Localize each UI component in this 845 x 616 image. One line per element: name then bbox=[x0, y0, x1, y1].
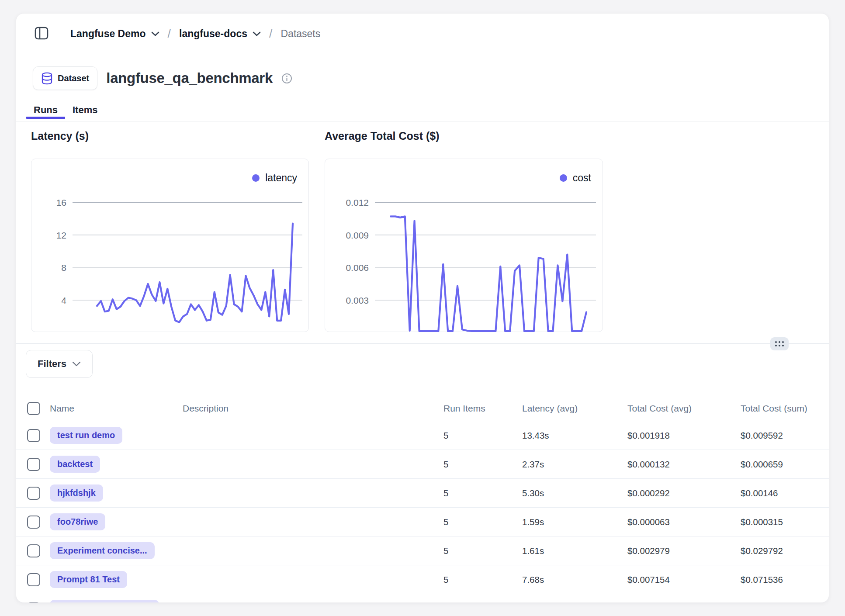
table-row[interactable]: hjkfdshjk 5 5.30s $0.000292 $0.00146 bbox=[16, 479, 829, 508]
row-checkbox[interactable] bbox=[27, 544, 40, 557]
svg-text:12: 12 bbox=[56, 230, 66, 240]
tab-bar: Runs Items bbox=[26, 99, 105, 121]
run-name-badge[interactable]: Prompt 81 Test bbox=[50, 571, 127, 588]
total-cost-avg-cell: $0.000063 bbox=[627, 517, 741, 527]
latency-chart-title: Latency (s) bbox=[31, 130, 89, 142]
total-cost-avg-cell: $0.002979 bbox=[627, 546, 741, 556]
breadcrumb-project-label: langfuse-docs bbox=[179, 28, 247, 40]
table-row[interactable]: test run demo 5 13.43s $0.001918 $0.0095… bbox=[16, 421, 829, 450]
table-row[interactable]: Prompt 81 Test 5 7.68s $0.007154 $0.0715… bbox=[16, 565, 829, 594]
breadcrumb-page-datasets[interactable]: Datasets bbox=[281, 28, 320, 40]
breadcrumb-nav: Langfuse Demo / langfuse-docs / Datasets bbox=[70, 27, 320, 41]
svg-text:0.006: 0.006 bbox=[346, 263, 369, 273]
run-items-cell: 5 bbox=[443, 430, 522, 441]
row-checkbox[interactable] bbox=[27, 602, 40, 603]
run-name-badge[interactable]: backtest bbox=[50, 456, 100, 473]
latency-avg-cell: 2.37s bbox=[522, 459, 627, 470]
legend-label: cost bbox=[573, 172, 591, 184]
total-cost-sum-cell: $0.000659 bbox=[741, 459, 829, 470]
breadcrumb-separator: / bbox=[168, 27, 171, 41]
row-checkbox[interactable] bbox=[27, 516, 40, 529]
tab-items[interactable]: Items bbox=[65, 99, 105, 121]
total-cost-sum-cell: $0.000315 bbox=[741, 517, 829, 527]
breadcrumb-project[interactable]: langfuse-docs bbox=[179, 28, 261, 40]
filters-label: Filters bbox=[38, 358, 66, 370]
latency-avg-cell: 5.30s bbox=[522, 488, 627, 498]
column-header-total-cost-avg: Total Cost (avg) bbox=[627, 403, 741, 414]
select-all-checkbox[interactable] bbox=[27, 402, 40, 415]
latency-chart: 161284 latency bbox=[31, 159, 309, 332]
breadcrumb-separator: / bbox=[269, 27, 273, 41]
legend-dot-icon bbox=[252, 174, 260, 182]
table-header-row: Name Description Run Items Latency (avg)… bbox=[16, 396, 829, 421]
run-items-cell: 5 bbox=[443, 546, 522, 556]
breadcrumb: Langfuse Demo / langfuse-docs / Datasets bbox=[16, 14, 829, 54]
tabs-divider bbox=[16, 121, 829, 121]
dataset-type-badge: Dataset bbox=[33, 66, 97, 90]
row-checkbox[interactable] bbox=[27, 458, 40, 471]
total-cost-sum-cell: $0.009592 bbox=[741, 430, 829, 441]
total-cost-sum-cell: $0.00146 bbox=[741, 488, 829, 498]
column-header-total-cost-sum: Total Cost (sum) bbox=[741, 403, 829, 414]
legend-label: latency bbox=[265, 172, 297, 184]
cost-legend: cost bbox=[560, 172, 591, 184]
row-checkbox[interactable] bbox=[27, 573, 40, 586]
runs-table: Name Description Run Items Latency (avg)… bbox=[16, 396, 829, 603]
run-items-cell: 5 bbox=[443, 459, 522, 470]
latency-avg-cell: 1.59s bbox=[522, 517, 627, 527]
total-cost-sum-cell: $0.029792 bbox=[741, 546, 829, 556]
total-cost-avg-cell: $0.000132 bbox=[627, 459, 741, 470]
breadcrumb-org[interactable]: Langfuse Demo bbox=[70, 28, 159, 40]
table-row[interactable]: foo78riwe 5 1.59s $0.000063 $0.000315 bbox=[16, 508, 829, 536]
latency-line-plot: 161284 bbox=[31, 159, 309, 332]
latency-avg-cell: 7.68s bbox=[522, 574, 627, 585]
info-icon[interactable] bbox=[281, 73, 292, 84]
page-title: langfuse_qa_benchmark bbox=[106, 70, 273, 87]
run-name-badge[interactable]: Experiment concise... bbox=[50, 542, 155, 559]
latency-avg-cell: 13.43s bbox=[522, 430, 627, 441]
resize-divider bbox=[16, 343, 829, 344]
row-checkbox[interactable] bbox=[27, 429, 40, 442]
cost-chart: 0.0120.0090.0060.003 cost bbox=[325, 159, 603, 332]
chevron-down-icon bbox=[151, 31, 159, 36]
svg-text:0.009: 0.009 bbox=[346, 230, 369, 240]
run-items-cell: 5 bbox=[443, 574, 522, 585]
database-icon bbox=[41, 72, 53, 85]
column-header-name: Name bbox=[50, 396, 178, 421]
table-row[interactable]: backtest 5 2.37s $0.000132 $0.000659 bbox=[16, 450, 829, 479]
sidebar-toggle-button[interactable] bbox=[33, 25, 50, 42]
filters-button[interactable]: Filters bbox=[26, 350, 93, 378]
dataset-badge-label: Dataset bbox=[58, 73, 89, 83]
cost-chart-title: Average Total Cost ($) bbox=[325, 130, 440, 142]
cost-line-plot: 0.0120.0090.0060.003 bbox=[325, 159, 603, 332]
latency-avg-cell: 1.61s bbox=[522, 546, 627, 556]
chevron-down-icon bbox=[253, 31, 261, 36]
row-checkbox[interactable] bbox=[27, 487, 40, 500]
total-cost-avg-cell: $0.001918 bbox=[627, 430, 741, 441]
table-row[interactable] bbox=[16, 594, 829, 603]
run-name-badge[interactable]: hjkfdshjk bbox=[50, 484, 103, 502]
run-name-badge[interactable] bbox=[50, 600, 159, 603]
total-cost-avg-cell: $0.007154 bbox=[627, 574, 741, 585]
run-items-cell: 5 bbox=[443, 517, 522, 527]
svg-text:16: 16 bbox=[56, 197, 66, 208]
app-window: Langfuse Demo / langfuse-docs / Datasets… bbox=[16, 13, 829, 603]
run-name-badge[interactable]: test run demo bbox=[50, 427, 122, 444]
total-cost-sum-cell: $0.071536 bbox=[741, 574, 829, 585]
column-header-latency-avg: Latency (avg) bbox=[522, 403, 627, 414]
latency-legend: latency bbox=[252, 172, 297, 184]
chevron-down-icon bbox=[72, 361, 81, 367]
run-name-badge[interactable]: foo78riwe bbox=[50, 513, 105, 530]
panel-left-icon bbox=[34, 26, 49, 42]
svg-text:4: 4 bbox=[61, 295, 66, 305]
svg-text:0.012: 0.012 bbox=[346, 197, 369, 208]
legend-dot-icon bbox=[560, 174, 567, 182]
svg-text:0.003: 0.003 bbox=[346, 295, 369, 305]
column-header-run-items: Run Items bbox=[443, 403, 522, 414]
drag-handle[interactable] bbox=[770, 337, 789, 350]
tab-runs[interactable]: Runs bbox=[26, 99, 65, 121]
total-cost-avg-cell: $0.000292 bbox=[627, 488, 741, 498]
table-row[interactable]: Experiment concise... 5 1.61s $0.002979 … bbox=[16, 536, 829, 565]
breadcrumb-org-label: Langfuse Demo bbox=[70, 28, 146, 40]
table-body: test run demo 5 13.43s $0.001918 $0.0095… bbox=[16, 421, 829, 603]
